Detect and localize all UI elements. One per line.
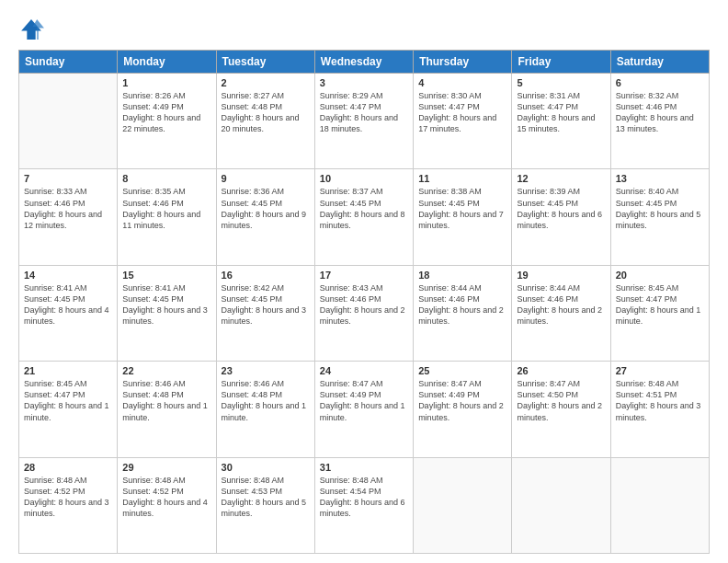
day-info: Sunrise: 8:37 AMSunset: 4:45 PMDaylight:… xyxy=(320,186,408,231)
day-number: 18 xyxy=(418,270,506,281)
calendar-row: 7 Sunrise: 8:33 AMSunset: 4:46 PMDayligh… xyxy=(19,169,710,265)
day-info: Sunrise: 8:29 AMSunset: 4:47 PMDaylight:… xyxy=(320,90,408,135)
calendar-cell: 4 Sunrise: 8:30 AMSunset: 4:47 PMDayligh… xyxy=(414,74,512,169)
page: SundayMondayTuesdayWednesdayThursdayFrid… xyxy=(0,0,728,563)
calendar-cell: 21 Sunrise: 8:45 AMSunset: 4:47 PMDaylig… xyxy=(19,362,118,457)
day-number: 12 xyxy=(517,173,605,184)
calendar-cell: 28 Sunrise: 8:48 AMSunset: 4:52 PMDaylig… xyxy=(19,457,118,553)
day-info: Sunrise: 8:47 AMSunset: 4:50 PMDaylight:… xyxy=(517,378,605,423)
day-info: Sunrise: 8:45 AMSunset: 4:47 PMDaylight:… xyxy=(616,282,704,327)
calendar-cell: 2 Sunrise: 8:27 AMSunset: 4:48 PMDayligh… xyxy=(216,74,314,169)
header-day: Thursday xyxy=(414,51,512,74)
calendar-cell: 7 Sunrise: 8:33 AMSunset: 4:46 PMDayligh… xyxy=(19,169,118,265)
day-number: 19 xyxy=(517,270,605,281)
header-row: SundayMondayTuesdayWednesdayThursdayFrid… xyxy=(19,51,710,74)
calendar-row: 21 Sunrise: 8:45 AMSunset: 4:47 PMDaylig… xyxy=(19,362,710,457)
day-number: 10 xyxy=(320,173,408,184)
header-day: Friday xyxy=(512,51,610,74)
day-number: 30 xyxy=(222,462,310,473)
day-info: Sunrise: 8:38 AMSunset: 4:45 PMDaylight:… xyxy=(418,186,506,231)
day-info: Sunrise: 8:31 AMSunset: 4:47 PMDaylight:… xyxy=(517,90,605,135)
day-info: Sunrise: 8:47 AMSunset: 4:49 PMDaylight:… xyxy=(418,378,506,423)
day-info: Sunrise: 8:39 AMSunset: 4:45 PMDaylight:… xyxy=(517,186,605,231)
calendar-cell: 20 Sunrise: 8:45 AMSunset: 4:47 PMDaylig… xyxy=(610,265,709,361)
calendar-cell: 8 Sunrise: 8:35 AMSunset: 4:46 PMDayligh… xyxy=(118,169,216,265)
calendar-cell: 30 Sunrise: 8:48 AMSunset: 4:53 PMDaylig… xyxy=(216,457,314,553)
day-number: 9 xyxy=(222,173,310,184)
day-number: 6 xyxy=(616,77,704,88)
day-number: 7 xyxy=(24,173,112,184)
day-number: 31 xyxy=(320,462,408,473)
calendar-row: 14 Sunrise: 8:41 AMSunset: 4:45 PMDaylig… xyxy=(19,265,710,361)
calendar-cell: 15 Sunrise: 8:41 AMSunset: 4:45 PMDaylig… xyxy=(118,265,216,361)
day-info: Sunrise: 8:32 AMSunset: 4:46 PMDaylight:… xyxy=(616,90,704,135)
calendar-cell xyxy=(19,74,118,169)
calendar-cell: 29 Sunrise: 8:48 AMSunset: 4:52 PMDaylig… xyxy=(118,457,216,553)
calendar-cell xyxy=(512,457,610,553)
day-info: Sunrise: 8:26 AMSunset: 4:49 PMDaylight:… xyxy=(122,90,210,135)
day-info: Sunrise: 8:45 AMSunset: 4:47 PMDaylight:… xyxy=(24,378,112,423)
day-number: 21 xyxy=(24,365,112,376)
day-number: 11 xyxy=(418,173,506,184)
day-info: Sunrise: 8:44 AMSunset: 4:46 PMDaylight:… xyxy=(517,282,605,327)
calendar-cell: 23 Sunrise: 8:46 AMSunset: 4:48 PMDaylig… xyxy=(216,362,314,457)
calendar-cell: 27 Sunrise: 8:48 AMSunset: 4:51 PMDaylig… xyxy=(610,362,709,457)
calendar-cell: 25 Sunrise: 8:47 AMSunset: 4:49 PMDaylig… xyxy=(414,362,512,457)
calendar-cell: 1 Sunrise: 8:26 AMSunset: 4:49 PMDayligh… xyxy=(118,74,216,169)
calendar-table: SundayMondayTuesdayWednesdayThursdayFrid… xyxy=(18,50,710,554)
day-number: 28 xyxy=(24,462,112,473)
day-number: 22 xyxy=(122,365,210,376)
day-number: 3 xyxy=(320,77,408,88)
day-number: 8 xyxy=(122,173,210,184)
calendar-cell xyxy=(414,457,512,553)
calendar-cell: 6 Sunrise: 8:32 AMSunset: 4:46 PMDayligh… xyxy=(610,74,709,169)
calendar-cell: 5 Sunrise: 8:31 AMSunset: 4:47 PMDayligh… xyxy=(512,74,610,169)
calendar-cell: 13 Sunrise: 8:40 AMSunset: 4:45 PMDaylig… xyxy=(610,169,709,265)
day-number: 24 xyxy=(320,365,408,376)
calendar-cell: 12 Sunrise: 8:39 AMSunset: 4:45 PMDaylig… xyxy=(512,169,610,265)
day-number: 13 xyxy=(616,173,704,184)
calendar-cell: 26 Sunrise: 8:47 AMSunset: 4:50 PMDaylig… xyxy=(512,362,610,457)
day-info: Sunrise: 8:46 AMSunset: 4:48 PMDaylight:… xyxy=(222,378,310,423)
day-number: 20 xyxy=(616,270,704,281)
calendar-cell: 16 Sunrise: 8:42 AMSunset: 4:45 PMDaylig… xyxy=(216,265,314,361)
day-number: 29 xyxy=(122,462,210,473)
day-number: 5 xyxy=(517,77,605,88)
day-info: Sunrise: 8:48 AMSunset: 4:53 PMDaylight:… xyxy=(222,475,310,520)
day-info: Sunrise: 8:41 AMSunset: 4:45 PMDaylight:… xyxy=(24,282,112,327)
day-number: 2 xyxy=(222,77,310,88)
calendar-cell: 22 Sunrise: 8:46 AMSunset: 4:48 PMDaylig… xyxy=(118,362,216,457)
header-day: Monday xyxy=(118,51,216,74)
calendar-cell: 9 Sunrise: 8:36 AMSunset: 4:45 PMDayligh… xyxy=(216,169,314,265)
day-info: Sunrise: 8:33 AMSunset: 4:46 PMDaylight:… xyxy=(24,186,112,231)
day-number: 4 xyxy=(418,77,506,88)
day-number: 27 xyxy=(616,365,704,376)
day-info: Sunrise: 8:40 AMSunset: 4:45 PMDaylight:… xyxy=(616,186,704,231)
header-day: Wednesday xyxy=(314,51,413,74)
calendar-cell xyxy=(610,457,709,553)
calendar-cell: 17 Sunrise: 8:43 AMSunset: 4:46 PMDaylig… xyxy=(314,265,413,361)
day-number: 23 xyxy=(222,365,310,376)
calendar-cell: 31 Sunrise: 8:48 AMSunset: 4:54 PMDaylig… xyxy=(314,457,413,553)
day-info: Sunrise: 8:42 AMSunset: 4:45 PMDaylight:… xyxy=(222,282,310,327)
calendar-cell: 18 Sunrise: 8:44 AMSunset: 4:46 PMDaylig… xyxy=(414,265,512,361)
day-info: Sunrise: 8:48 AMSunset: 4:51 PMDaylight:… xyxy=(616,378,704,423)
calendar-cell: 10 Sunrise: 8:37 AMSunset: 4:45 PMDaylig… xyxy=(314,169,413,265)
day-info: Sunrise: 8:41 AMSunset: 4:45 PMDaylight:… xyxy=(122,282,210,327)
day-info: Sunrise: 8:36 AMSunset: 4:45 PMDaylight:… xyxy=(222,186,310,231)
logo xyxy=(18,17,46,42)
header xyxy=(18,17,710,42)
day-number: 16 xyxy=(222,270,310,281)
calendar-cell: 24 Sunrise: 8:47 AMSunset: 4:49 PMDaylig… xyxy=(314,362,413,457)
day-info: Sunrise: 8:35 AMSunset: 4:46 PMDaylight:… xyxy=(122,186,210,231)
day-info: Sunrise: 8:48 AMSunset: 4:52 PMDaylight:… xyxy=(24,475,112,520)
calendar-cell: 11 Sunrise: 8:38 AMSunset: 4:45 PMDaylig… xyxy=(414,169,512,265)
header-day: Sunday xyxy=(19,51,118,74)
day-number: 26 xyxy=(517,365,605,376)
day-number: 14 xyxy=(24,270,112,281)
calendar-cell: 19 Sunrise: 8:44 AMSunset: 4:46 PMDaylig… xyxy=(512,265,610,361)
day-info: Sunrise: 8:30 AMSunset: 4:47 PMDaylight:… xyxy=(418,90,506,135)
calendar-cell: 14 Sunrise: 8:41 AMSunset: 4:45 PMDaylig… xyxy=(19,265,118,361)
day-info: Sunrise: 8:44 AMSunset: 4:46 PMDaylight:… xyxy=(418,282,506,327)
day-info: Sunrise: 8:43 AMSunset: 4:46 PMDaylight:… xyxy=(320,282,408,327)
